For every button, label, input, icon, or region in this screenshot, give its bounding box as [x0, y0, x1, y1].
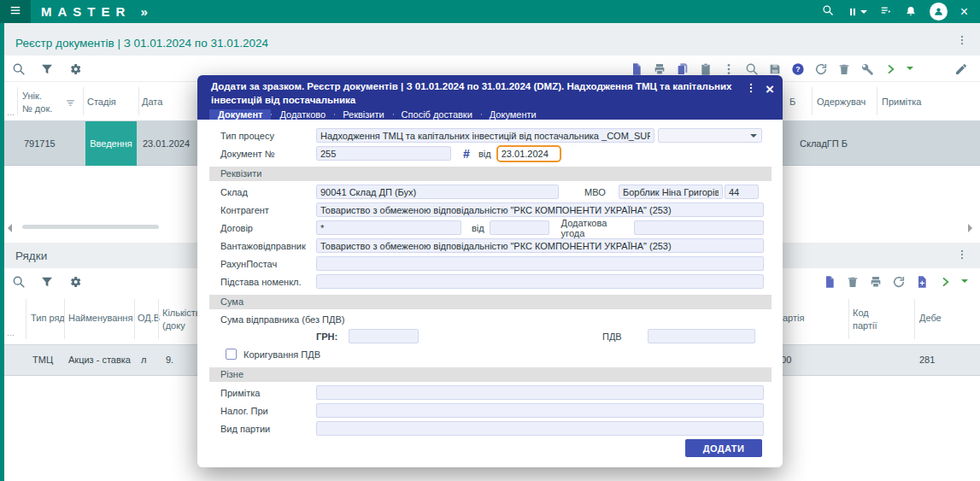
note-label: Примітка — [220, 388, 316, 398]
process-type-row: Тип процесу — [220, 128, 764, 143]
copy-document-icon[interactable] — [676, 61, 690, 76]
vat-input[interactable] — [648, 329, 755, 343]
column-debit[interactable]: Дебе — [919, 313, 942, 323]
print-icon[interactable] — [869, 273, 883, 289]
contract-input[interactable] — [316, 220, 461, 235]
hamburger-menu-button[interactable] — [0, 0, 31, 23]
column-qty[interactable]: Кількість (доку — [162, 307, 201, 332]
chevron-down-icon[interactable] — [907, 67, 913, 73]
refresh-icon[interactable] — [814, 61, 828, 76]
filter-icon[interactable] — [40, 273, 54, 289]
note-input[interactable] — [316, 385, 764, 400]
mvo-input[interactable] — [619, 185, 723, 199]
print-icon[interactable] — [653, 61, 666, 76]
gear-icon[interactable] — [68, 273, 82, 289]
hrn-input[interactable] — [349, 329, 419, 343]
hamburger-icon — [9, 4, 21, 20]
dialog-body: Тип процесу Документ № # від Реквізити С… — [197, 120, 783, 467]
search-icon[interactable] — [745, 61, 759, 76]
column-ellipsis[interactable]: ... — [7, 107, 15, 117]
gear-icon[interactable] — [68, 61, 82, 76]
warehouse-input[interactable] — [316, 185, 559, 199]
document-date-input[interactable] — [496, 145, 561, 162]
column-unit[interactable]: ОД.В — [138, 313, 160, 323]
column-ellipsis[interactable]: ... — [7, 327, 15, 337]
filter-icon[interactable] — [40, 61, 54, 76]
column-batch-code[interactable]: Код партії — [853, 307, 877, 332]
extra-agreement-input[interactable] — [634, 220, 764, 235]
document-icon[interactable] — [630, 61, 643, 76]
playlist-icon[interactable] — [880, 4, 892, 20]
save-icon[interactable] — [768, 61, 782, 76]
supplier-invoice-input[interactable] — [316, 256, 764, 271]
help-icon[interactable] — [791, 61, 805, 76]
wrench-icon[interactable] — [860, 61, 874, 76]
column-note[interactable]: Примітка — [882, 97, 921, 107]
column-divider — [64, 299, 65, 339]
row-unit: л — [141, 355, 146, 365]
clipboard-icon[interactable] — [699, 61, 713, 76]
chevron-right-icon[interactable] — [938, 273, 952, 289]
tax-input[interactable] — [316, 403, 764, 418]
chevron-down-icon — [860, 10, 867, 17]
mvo-label: МВО — [584, 187, 610, 197]
column-b-fragment[interactable]: Б — [789, 97, 795, 107]
row-unique-no: 791715 — [24, 138, 56, 149]
batch-type-input[interactable] — [316, 421, 764, 436]
bell-icon[interactable] — [905, 4, 917, 20]
search-icon[interactable] — [12, 61, 26, 76]
sort-icon[interactable] — [65, 97, 76, 110]
avatar[interactable] — [930, 3, 948, 21]
process-type-label: Тип процесу — [220, 131, 316, 141]
shipper-input[interactable] — [316, 238, 764, 253]
vat-adjust-checkbox[interactable] — [226, 349, 237, 360]
close-icon[interactable]: × — [766, 82, 774, 97]
scroll-left-icon[interactable] — [8, 224, 12, 232]
column-unique-no[interactable]: Унік. № док. — [22, 90, 52, 115]
edit-pencil-icon[interactable] — [954, 61, 968, 76]
close-icon[interactable]: × — [960, 5, 968, 19]
scrollbar-thumb[interactable] — [22, 225, 159, 229]
basis-input[interactable] — [316, 274, 764, 289]
contract-date-input[interactable] — [490, 220, 549, 235]
more-vert-icon[interactable] — [745, 82, 757, 97]
contract-label: Договір — [220, 223, 316, 233]
tab-additional[interactable]: Додатково — [271, 109, 334, 120]
rows-section-title: Рядки — [15, 249, 47, 262]
more-vert-icon[interactable] — [956, 34, 968, 50]
process-type-dropdown[interactable] — [658, 128, 762, 143]
note-row: Примітка — [220, 385, 764, 400]
column-row-type[interactable]: Тип ряд — [31, 313, 65, 323]
tab-document[interactable]: Документ — [209, 109, 271, 120]
trash-icon[interactable] — [837, 61, 851, 76]
column-stage[interactable]: Стадія — [87, 97, 116, 107]
column-receiver[interactable]: Одержувач — [817, 97, 866, 107]
warehouse-row: Склад МВО — [220, 185, 764, 199]
search-icon[interactable] — [12, 273, 26, 289]
document-number-input[interactable] — [316, 146, 451, 161]
number-hash-icon[interactable]: # — [460, 147, 473, 161]
tab-requisites[interactable]: Реквізити — [334, 109, 392, 120]
counterparty-input[interactable] — [316, 202, 764, 217]
process-type-input[interactable] — [316, 128, 654, 143]
chevron-right-icon[interactable] — [883, 61, 897, 76]
chevron-down-icon[interactable] — [961, 279, 968, 286]
pause-icon[interactable] — [847, 6, 867, 18]
document-icon[interactable] — [823, 273, 836, 289]
more-vert-icon[interactable] — [956, 249, 968, 263]
counterparty-label: Контрагент — [220, 205, 316, 215]
column-date[interactable]: Дата — [142, 97, 162, 107]
add-button[interactable]: ДОДАТИ — [685, 439, 762, 457]
extra-agreement-label: Додаткова угода — [561, 218, 629, 238]
search-icon[interactable] — [822, 4, 834, 20]
trash-icon[interactable] — [846, 273, 860, 289]
tab-documents[interactable]: Документи — [481, 109, 545, 120]
row-warehouse: СкладГП Б — [800, 138, 848, 149]
column-name[interactable]: Найменування — [68, 313, 132, 323]
new-document-icon[interactable] — [915, 273, 929, 289]
tab-delivery-method[interactable]: Спосіб доставки — [393, 109, 481, 120]
scroll-right-icon[interactable] — [968, 224, 972, 232]
more-vert-icon[interactable] — [722, 61, 736, 76]
refresh-icon[interactable] — [892, 273, 906, 289]
mvo-code-input[interactable] — [725, 185, 759, 199]
